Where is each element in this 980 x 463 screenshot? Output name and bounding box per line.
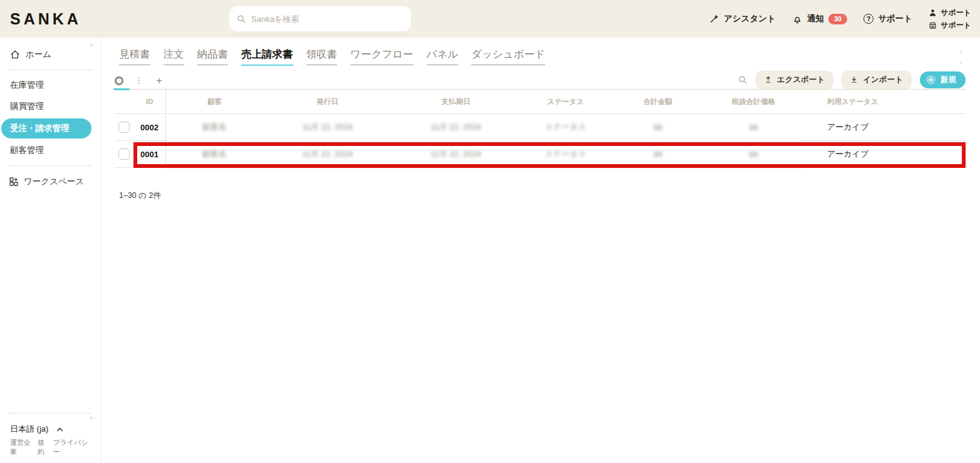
row-checkbox-cell bbox=[115, 114, 133, 141]
main-content: 見積書 注文 納品書 売上請求書 領収書 ワークフロー パネル ダッシュボード … bbox=[101, 38, 980, 463]
cell-subtotal[interactable]: 99 bbox=[705, 114, 802, 141]
cell-customer[interactable]: 顧客名 bbox=[166, 114, 263, 141]
column-header-total[interactable]: 合計金額 bbox=[611, 90, 705, 114]
link-company[interactable]: 運営企業 bbox=[10, 438, 34, 457]
cell-usage-status[interactable]: アーカイブ bbox=[802, 141, 966, 168]
tab-sales-invoices[interactable]: 売上請求書 bbox=[241, 48, 293, 66]
tab-quotes[interactable]: 見積書 bbox=[119, 48, 150, 65]
cell-usage-status[interactable]: アーカイブ bbox=[802, 114, 966, 141]
row-checkbox[interactable] bbox=[118, 148, 130, 160]
add-view-button[interactable]: + bbox=[156, 75, 162, 86]
cell-customer[interactable]: 顧客名 bbox=[166, 141, 263, 168]
pagination-summary: 1–30 の 2件 bbox=[119, 190, 966, 201]
export-button[interactable]: エクスポート bbox=[756, 71, 833, 89]
cell-due-date[interactable]: 11月 22, 2024 bbox=[392, 141, 520, 168]
account-menu[interactable]: サポート サポート bbox=[929, 8, 971, 31]
cell-issue-date[interactable]: 11月 22, 2024 bbox=[263, 114, 392, 141]
notifications-count-badge: 30 bbox=[828, 14, 847, 24]
column-header-subtotal[interactable]: 税抜合計価格 bbox=[705, 90, 802, 114]
tab-receipts[interactable]: 領収書 bbox=[306, 48, 338, 65]
tab-orders[interactable]: 注文 bbox=[164, 48, 184, 65]
column-header-usage-status[interactable]: 利用ステータス bbox=[802, 90, 966, 114]
assistant-label: アシスタント bbox=[724, 13, 776, 24]
sidebar-item-orders-billing[interactable]: 受注・請求管理 bbox=[1, 118, 91, 138]
row-checkbox[interactable] bbox=[118, 122, 130, 133]
search-icon bbox=[237, 14, 246, 24]
cell-total[interactable]: 99 bbox=[611, 141, 705, 168]
sidebar-item-home[interactable]: ホーム bbox=[0, 43, 100, 65]
support-button[interactable]: ? サポート bbox=[863, 13, 912, 24]
search-input[interactable] bbox=[251, 14, 404, 24]
scroll-up-icon: ▲ bbox=[959, 49, 964, 55]
tab-delivery-notes[interactable]: 納品書 bbox=[197, 48, 229, 65]
notifications-label: 通知 bbox=[807, 13, 824, 24]
sidebar: ▲ ホーム 在庫管理 購買管理 受注・請求管理 顧客管理 ワークスペース ▼ 日… bbox=[0, 38, 101, 463]
sidebar-home-label: ホーム bbox=[26, 49, 51, 60]
document-tabs: 見積書 注文 納品書 売上請求書 領収書 ワークフロー パネル ダッシュボード bbox=[119, 48, 980, 66]
link-privacy[interactable]: プライバシー bbox=[53, 438, 90, 457]
support-label: サポート bbox=[878, 13, 912, 24]
help-icon: ? bbox=[863, 14, 873, 24]
column-header-issue-date[interactable]: 発行日 bbox=[263, 90, 392, 114]
view-circle-icon bbox=[115, 76, 123, 85]
cell-issue-date[interactable]: 11月 22, 2024 bbox=[263, 141, 392, 168]
export-icon bbox=[764, 76, 772, 83]
sidebar-customers-label: 顧客管理 bbox=[10, 145, 44, 155]
column-header-id[interactable]: ID bbox=[133, 90, 166, 114]
account-user-row: サポート bbox=[929, 8, 971, 18]
cell-id[interactable]: 0001 bbox=[133, 141, 166, 168]
app-logo: SANKA bbox=[10, 10, 78, 28]
column-header-customer[interactable]: 顧客 bbox=[166, 90, 263, 114]
view-options-kebab-icon[interactable]: ⋮ bbox=[135, 76, 143, 85]
global-search[interactable] bbox=[229, 6, 411, 31]
account-org-name: サポート bbox=[941, 20, 971, 31]
export-label: エクスポート bbox=[777, 75, 825, 85]
table-search-button[interactable] bbox=[738, 75, 748, 85]
header-select-spacer bbox=[115, 90, 133, 114]
sidebar-divider bbox=[8, 413, 92, 414]
cell-subtotal[interactable]: 99 bbox=[705, 141, 802, 168]
account-user-name: サポート bbox=[941, 8, 971, 18]
scroll-down-icon: ▼ bbox=[959, 60, 964, 66]
cell-id[interactable]: 0002 bbox=[133, 114, 166, 141]
account-org-row: サポート bbox=[929, 20, 971, 31]
sidebar-orders-billing-label: 受注・請求管理 bbox=[10, 123, 70, 133]
column-header-due-date[interactable]: 支払期日 bbox=[392, 90, 520, 114]
new-button[interactable]: + 新規 bbox=[920, 71, 966, 88]
tabs-scroll-hints: ▲ ▼ bbox=[959, 49, 964, 66]
tab-workflow[interactable]: ワークフロー bbox=[350, 48, 414, 65]
sidebar-divider bbox=[8, 165, 92, 166]
invoice-list-zone: ⋮ + エクスポート インポート + 新規 bbox=[115, 72, 966, 201]
cell-due-date[interactable]: 11月 22, 2024 bbox=[392, 114, 520, 141]
cell-status[interactable]: ステータス bbox=[520, 114, 611, 141]
assistant-button[interactable]: アシスタント bbox=[709, 13, 776, 24]
top-header: SANKA アシスタント 通知 30 ? サポート サポート サポート bbox=[0, 0, 980, 38]
storefront-icon bbox=[929, 21, 937, 29]
view-tab[interactable] bbox=[115, 72, 127, 89]
sidebar-item-purchasing[interactable]: 購買管理 bbox=[0, 96, 100, 117]
sidebar-inventory-label: 在庫管理 bbox=[10, 80, 44, 90]
tab-panel[interactable]: パネル bbox=[427, 48, 459, 65]
link-terms[interactable]: 規約 bbox=[38, 438, 50, 457]
sidebar-item-workspace[interactable]: ワークスペース bbox=[0, 170, 100, 193]
sidebar-item-customers[interactable]: 顧客管理 bbox=[0, 140, 100, 161]
header-actions: アシスタント 通知 30 ? サポート サポート サポート bbox=[709, 8, 971, 31]
sidebar-scroll-up-icon: ▲ bbox=[89, 43, 94, 48]
column-header-status[interactable]: ステータス bbox=[520, 90, 611, 114]
language-selector[interactable]: 日本語 (ja) bbox=[0, 418, 100, 437]
workspace-grid-icon bbox=[9, 177, 19, 187]
import-icon bbox=[850, 76, 858, 83]
notifications-button[interactable]: 通知 30 bbox=[792, 13, 847, 24]
legal-links: 運営企業 規約 プライバシー bbox=[0, 437, 100, 459]
cell-total[interactable]: 99 bbox=[611, 114, 705, 141]
magic-wand-icon bbox=[709, 14, 719, 24]
tab-dashboard[interactable]: ダッシュボード bbox=[471, 48, 545, 65]
toolbar-actions: エクスポート インポート + 新規 bbox=[738, 71, 966, 89]
cell-status[interactable]: ステータス bbox=[520, 141, 611, 168]
sidebar-footer: 日本語 (ja) 運営企業 規約 プライバシー bbox=[0, 408, 100, 459]
row-checkbox-cell bbox=[115, 141, 133, 168]
sidebar-item-inventory[interactable]: 在庫管理 bbox=[0, 75, 100, 96]
import-button[interactable]: インポート bbox=[842, 71, 912, 89]
import-label: インポート bbox=[863, 75, 903, 85]
user-icon bbox=[929, 9, 937, 17]
